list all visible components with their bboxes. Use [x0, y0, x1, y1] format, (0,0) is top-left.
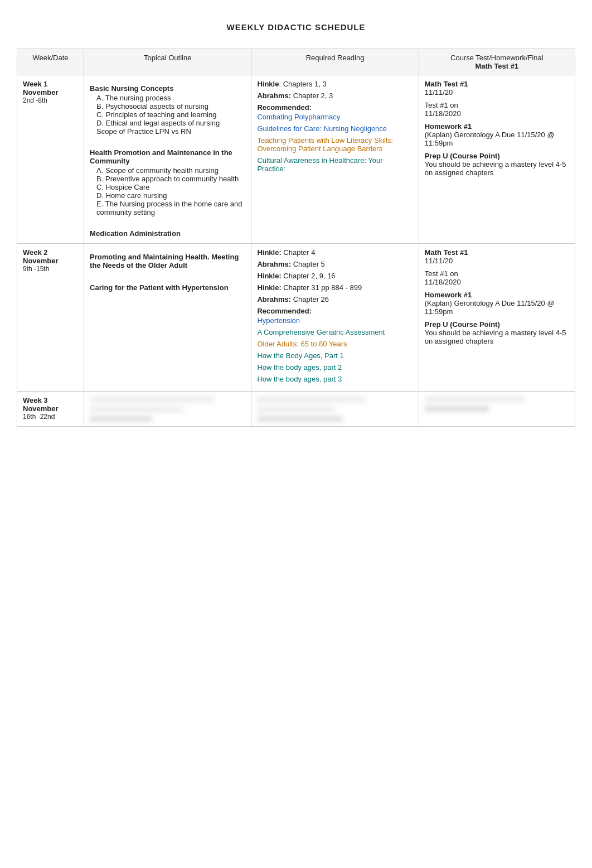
link-how-body1[interactable]: How the Body Ages, Part 1: [257, 351, 343, 360]
week2-test1-date: 11/18/2020: [425, 278, 569, 286]
week2-test1: Test #1 on: [425, 269, 569, 278]
week1-prep-label: Prep U (Course Point): [425, 152, 569, 160]
week1-item2-a: A. Scope of community health nursing: [96, 166, 245, 175]
link-comprehensive-geriatric[interactable]: A Comprehensive Geriatric Assessment: [257, 328, 385, 336]
header-reading: Required Reading: [251, 49, 419, 75]
week1-prep-detail: You should be achieving a mastery level …: [425, 160, 569, 177]
week1-item1-e: Scope of Practice LPN vs RN: [96, 127, 245, 136]
week1-dates: 2nd -8th: [23, 97, 78, 104]
link-older-adults[interactable]: Older Adults: 65 to 80 Years: [257, 340, 347, 348]
table-row: Week 3 November 16th -22nd: [17, 392, 575, 427]
header-course: Course Test/Homework/Final Math Test #1: [419, 49, 575, 75]
week2-course: Math Test #1 11/11/20 Test #1 on 11/18/2…: [419, 244, 575, 392]
table-row: Week 1 November 2nd -8th Basic Nursing C…: [17, 75, 575, 244]
week1-test1: Test #1 on: [425, 101, 569, 109]
week1-section1: Basic Nursing Concepts: [90, 84, 245, 93]
header-topical: Topical Outline: [84, 49, 251, 75]
week2-label: Week 2: [23, 248, 78, 257]
week3-dates: 16th -22nd: [23, 413, 78, 421]
header-week: Week/Date: [17, 49, 84, 75]
week2-prep-label: Prep U (Course Point): [425, 320, 569, 329]
math-test-header: Math Test #1: [475, 62, 518, 70]
link-hypertension[interactable]: Hypertension: [257, 316, 300, 325]
week2-dates: 9th -15th: [23, 265, 78, 273]
link-combating[interactable]: Combating Polypharmacy: [257, 113, 340, 121]
week1-math-date: 11/11/20: [425, 88, 569, 97]
link-teaching[interactable]: Teaching Patients with Low Literacy Skil…: [257, 136, 393, 153]
week1-reading: Hinkle: Chapters 1, 3 Abrahms: Chapter 2…: [251, 75, 419, 244]
week2-reading: Hinkle: Chapter 4 Abrahms: Chapter 5 Hin…: [251, 244, 419, 392]
week2-section2: Caring for the Patient with Hypertension: [90, 283, 245, 292]
week1-label: Week 1: [23, 80, 78, 88]
week1-item2-c: C. Hospice Care: [96, 183, 245, 191]
link-cultural[interactable]: Cultural Awareness in Healthcare: Your P…: [257, 156, 382, 173]
link-guidelines[interactable]: Guidelines for Care: Nursing Negligence: [257, 124, 387, 133]
week3-topical: [84, 392, 251, 427]
week3-course: [419, 392, 575, 427]
week1-item2-e: E. The Nursing process in the home care …: [96, 200, 245, 216]
week1-item2-d: D. Home care nursing: [96, 191, 245, 200]
week1-section3: Medication Administration: [90, 229, 245, 238]
week2-math-date: 11/11/20: [425, 257, 569, 265]
link-how-body3[interactable]: How the body ages, part 3: [257, 375, 342, 383]
week1-math-test: Math Test #1: [425, 80, 569, 88]
week2-section1: Promoting and Maintaining Health. Meetin…: [90, 253, 245, 269]
week1-topical: Basic Nursing Concepts A. The nursing pr…: [84, 75, 251, 244]
week1-hw-label: Homework #1: [425, 122, 569, 131]
week1-test1-date: 11/18/2020: [425, 109, 569, 118]
week1-item1-a: A. The nursing process: [96, 94, 245, 102]
page-title: WEEKLY DIDACTIC SCHEDULE: [17, 22, 575, 32]
table-row: Week 2 November 9th -15th Promoting and …: [17, 244, 575, 392]
week1-item2-b: B. Preventive approach to community heal…: [96, 175, 245, 183]
week2-hw-detail: (Kaplan) Gerontology A Due 11/15/20 @ 11…: [425, 299, 569, 316]
week2-month: November: [23, 257, 78, 265]
week1-hw-detail: (Kaplan) Gerontology A Due 11/15/20 @ 11…: [425, 131, 569, 147]
week2-prep-detail: You should be achieving a mastery level …: [425, 329, 569, 345]
week1-course: Math Test #1 11/11/20 Test #1 on 11/18/2…: [419, 75, 575, 244]
week1-month: November: [23, 88, 78, 97]
week2-math-test: Math Test #1: [425, 248, 569, 257]
week2-hw-label: Homework #1: [425, 291, 569, 299]
schedule-table: Week/Date Topical Outline Required Readi…: [17, 49, 575, 427]
week1-section2: Health Promotion and Maintenance in the …: [90, 148, 245, 165]
week2-topical: Promoting and Maintaining Health. Meetin…: [84, 244, 251, 392]
link-how-body2[interactable]: How the body ages, part 2: [257, 363, 342, 372]
week3-reading: [251, 392, 419, 427]
week3-label: Week 3: [23, 396, 78, 404]
week3-month: November: [23, 404, 78, 413]
week1-item1-d: D. Ethical and legal aspects of nursing: [96, 119, 245, 127]
week1-item1-b: B. Psychosocial aspects of nursing: [96, 102, 245, 110]
week1-item1-c: C. Principles of teaching and learning: [96, 110, 245, 119]
